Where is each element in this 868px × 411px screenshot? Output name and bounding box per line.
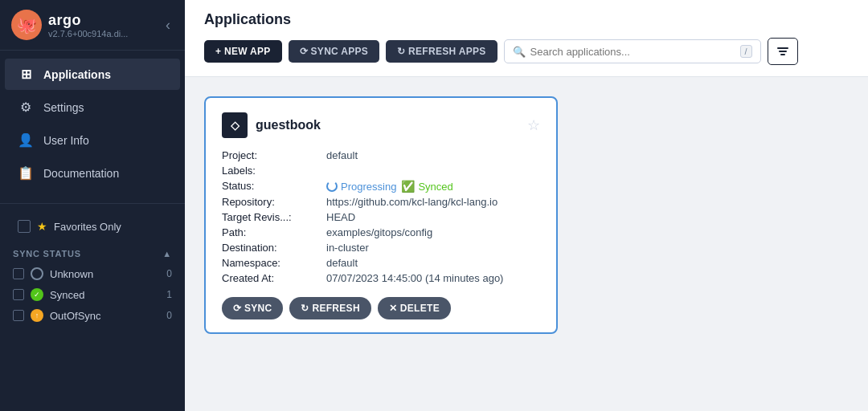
sync-item-synced[interactable]: ✓ Synced 1 [13,284,172,305]
detail-row-status: Status: Progressing ✅ Synced [222,180,540,193]
detail-row-path: Path: examples/gitops/config [222,226,540,238]
svg-rect-2 [780,54,785,55]
created-label: Created At: [222,272,326,284]
main-content: Applications + NEW APP ⟳ SYNC APPS ↻ REF… [185,0,868,411]
detail-row-project: Project: default [222,149,540,161]
unknown-dot-icon [31,267,43,280]
detail-row-namespace: Namespace: default [222,257,540,269]
detail-row-labels: Labels: [222,165,540,177]
created-value: 07/07/2023 14:45:00 (14 minutes ago) [326,272,503,284]
sync-item-unknown[interactable]: Unknown 0 [13,263,172,284]
synced-dot-icon: ✓ [31,288,43,301]
sidebar-divider [0,203,185,204]
sidebar-item-documentation[interactable]: 📋 Documentation [5,157,180,189]
search-icon: 🔍 [513,46,526,58]
synced-label: Synced [50,289,160,301]
settings-icon: ⚙ [18,100,34,115]
svg-rect-1 [779,51,787,52]
unknown-label: Unknown [50,268,160,280]
app-grid: ◇ guestbook ☆ Project: default Labels: S… [185,77,868,411]
status-values: Progressing ✅ Synced [326,180,453,193]
outofsync-count: 0 [166,310,172,321]
page-title: Applications [204,11,849,28]
new-app-button[interactable]: + NEW APP [204,40,282,63]
status-progressing: Progressing [326,181,396,193]
search-box: 🔍 / [504,39,761,63]
outofsync-label: OutOfSync [50,310,160,322]
sync-button[interactable]: ⟳ SYNC [222,297,283,319]
detail-row-target: Target Revis...: HEAD [222,211,540,223]
favorites-label: Favorites Only [54,221,121,233]
status-label: Status: [222,180,326,193]
labels-label: Labels: [222,165,326,177]
sync-item-outofsync[interactable]: ↑ OutOfSync 0 [13,305,172,326]
refresh-button[interactable]: ↻ REFRESH [289,297,371,319]
unknown-checkbox[interactable] [13,268,24,279]
synced-checkbox[interactable] [13,289,24,300]
path-value: examples/gitops/config [326,226,432,238]
outofsync-dot-icon: ↑ [31,309,43,322]
favorites-checkbox[interactable] [18,220,31,233]
search-kbd: / [740,45,752,58]
sync-apps-button[interactable]: ⟳ SYNC APPS [289,40,380,63]
detail-row-destination: Destination: in-cluster [222,242,540,254]
sync-status-collapse-icon: ▲ [162,249,172,258]
filter-icon [776,45,789,58]
sidebar-logo: 🐙 argo v2.7.6+00c914a.di... [11,10,128,40]
sync-status-section: SYNC STATUS ▲ Unknown 0 ✓ Synced 1 ↑ Out… [0,242,185,332]
sidebar: 🐙 argo v2.7.6+00c914a.di... ‹ ⊞ Applicat… [0,0,185,411]
progressing-text: Progressing [341,181,396,193]
sidebar-item-applications[interactable]: ⊞ Applications [5,59,180,90]
progress-ring-icon [326,181,338,192]
sidebar-item-user-info[interactable]: 👤 User Info [5,124,180,156]
main-header: Applications + NEW APP ⟳ SYNC APPS ↻ REF… [185,0,868,77]
namespace-value: default [326,257,358,269]
target-label: Target Revis...: [222,211,326,223]
repository-label: Repository: [222,196,326,208]
documentation-label: Documentation [43,167,119,180]
card-title-row: ◇ guestbook [222,112,321,138]
argo-logo-icon: 🐙 [11,10,42,40]
filter-button[interactable] [768,38,798,65]
delete-button[interactable]: ✕ DELETE [378,297,451,319]
status-synced: ✅ Synced [401,180,452,193]
applications-label: Applications [43,68,111,81]
namespace-label: Namespace: [222,257,326,269]
star-button[interactable]: ☆ [527,116,540,134]
user-icon: 👤 [18,132,34,148]
target-value: HEAD [326,211,355,223]
card-details: Project: default Labels: Status: Progres… [222,149,540,284]
app-name: guestbook [256,118,321,132]
sidebar-nav: ⊞ Applications ⚙ Settings 👤 User Info 📋 … [0,51,185,197]
docs-icon: 📋 [18,165,34,181]
svg-rect-0 [777,47,788,49]
destination-value: in-cluster [326,242,369,254]
favorites-star-icon: ★ [37,220,47,233]
logo-name: argo [48,12,128,29]
toolbar: + NEW APP ⟳ SYNC APPS ↻ REFRESH APPS 🔍 / [204,38,849,76]
detail-row-repository: Repository: https://github.com/kcl-lang/… [222,196,540,208]
app-card-guestbook: ◇ guestbook ☆ Project: default Labels: S… [204,96,558,334]
card-actions: ⟳ SYNC ↻ REFRESH ✕ DELETE [222,297,540,319]
path-label: Path: [222,226,326,238]
card-header: ◇ guestbook ☆ [222,112,540,138]
project-value: default [326,149,358,161]
project-label: Project: [222,149,326,161]
logo-text: argo v2.7.6+00c914a.di... [48,12,128,39]
sync-status-title: SYNC STATUS [13,249,81,258]
search-input[interactable] [530,46,735,58]
outofsync-checkbox[interactable] [13,310,24,321]
back-button[interactable]: ‹ [162,14,174,37]
repository-value: https://github.com/kcl-lang/kcl-lang.io [326,196,497,208]
sidebar-item-settings[interactable]: ⚙ Settings [5,92,180,123]
app-icon: ◇ [222,112,248,138]
settings-label: Settings [43,101,84,114]
destination-label: Destination: [222,242,326,254]
user-info-label: User Info [43,134,89,147]
favorites-row[interactable]: ★ Favorites Only [5,212,180,241]
applications-icon: ⊞ [18,67,34,82]
sync-status-header: SYNC STATUS ▲ [13,249,172,258]
sidebar-header: 🐙 argo v2.7.6+00c914a.di... ‹ [0,0,185,51]
logo-version: v2.7.6+00c914a.di... [48,29,128,39]
refresh-apps-button[interactable]: ↻ REFRESH APPS [386,40,497,63]
